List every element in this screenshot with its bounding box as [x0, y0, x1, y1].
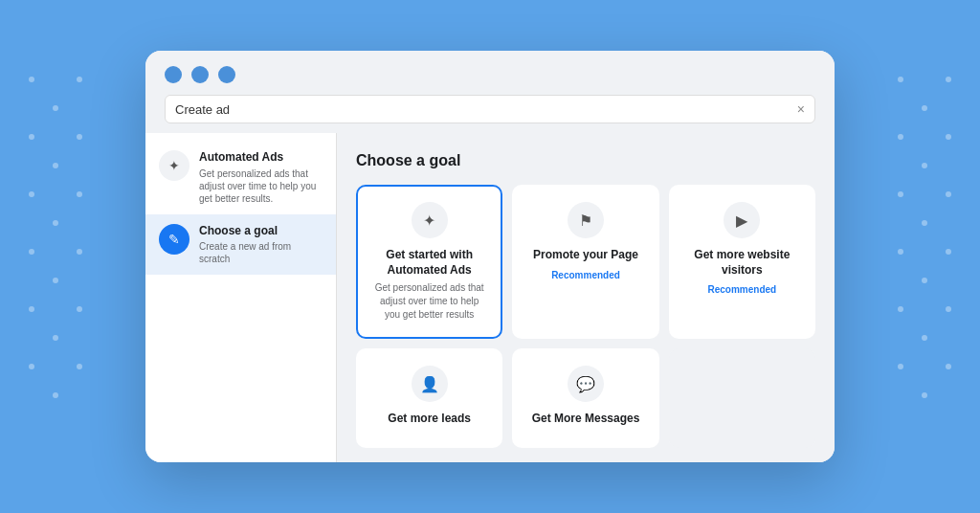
- goal-card-automated-ads[interactable]: ✦ Get started with Automated Ads Get per…: [356, 185, 502, 339]
- choose-goal-icon: ✎: [159, 224, 189, 255]
- sidebar-item-text-2: Choose a goal Create a new ad from scrat…: [199, 224, 323, 266]
- browser-window: × ✦ Automated Ads Get personalized ads t…: [145, 51, 835, 462]
- title-bar: [145, 51, 835, 95]
- automated-ads-icon: ✦: [159, 150, 189, 181]
- goal-card-automated-ads-icon: ✦: [412, 202, 448, 238]
- goal-card-empty: [669, 348, 815, 448]
- goal-card-promote-page-icon: ⚑: [568, 202, 604, 238]
- goal-card-automated-ads-subtitle: Get personalized ads that adjust over ti…: [371, 281, 487, 322]
- sidebar-item-title: Automated Ads: [199, 150, 323, 166]
- goal-card-automated-ads-title: Get started with Automated Ads: [371, 248, 487, 278]
- main-panel: Choose a goal ✦ Get started with Automat…: [337, 133, 835, 462]
- sidebar-item-automated-ads[interactable]: ✦ Automated Ads Get personalized ads tha…: [145, 141, 336, 214]
- title-bar-dot-3: [218, 66, 235, 83]
- goal-card-website-visitors-icon: ▶: [724, 202, 760, 238]
- goal-card-more-leads-title: Get more leads: [388, 412, 471, 427]
- search-bar-wrap: ×: [145, 95, 835, 133]
- goal-card-promote-page[interactable]: ⚑ Promote your Page Recommended: [512, 185, 658, 339]
- sidebar: ✦ Automated Ads Get personalized ads tha…: [145, 133, 337, 462]
- panel-title: Choose a goal: [356, 152, 815, 169]
- sidebar-item-text: Automated Ads Get personalized ads that …: [199, 150, 323, 205]
- goal-card-website-visitors[interactable]: ▶ Get more website visitors Recommended: [669, 185, 815, 339]
- goal-card-promote-page-tag: Recommended: [551, 270, 620, 280]
- search-bar: ×: [165, 95, 815, 123]
- goal-card-more-messages[interactable]: 💬 Get More Messages: [512, 348, 658, 448]
- content-area: ✦ Automated Ads Get personalized ads tha…: [145, 133, 835, 462]
- goal-card-promote-page-title: Promote your Page: [533, 248, 638, 263]
- sidebar-item-subtitle: Get personalized ads that adjust over ti…: [199, 167, 323, 205]
- sidebar-item-subtitle-2: Create a new ad from scratch: [199, 240, 323, 265]
- goal-grid: ✦ Get started with Automated Ads Get per…: [356, 185, 815, 448]
- close-icon[interactable]: ×: [797, 101, 805, 117]
- sidebar-item-choose-goal[interactable]: ✎ Choose a goal Create a new ad from scr…: [145, 214, 336, 276]
- sidebar-item-title-2: Choose a goal: [199, 224, 323, 239]
- goal-card-website-visitors-tag: Recommended: [707, 284, 776, 295]
- title-bar-dot-1: [165, 66, 182, 83]
- title-bar-dot-2: [191, 66, 209, 83]
- goal-card-more-leads-icon: 👤: [412, 366, 448, 402]
- goal-card-more-messages-icon: 💬: [568, 366, 604, 402]
- goal-card-more-leads[interactable]: 👤 Get more leads: [356, 348, 502, 448]
- goal-card-website-visitors-title: Get more website visitors: [684, 248, 800, 278]
- goal-card-more-messages-title: Get More Messages: [532, 412, 640, 427]
- search-input[interactable]: [175, 102, 797, 117]
